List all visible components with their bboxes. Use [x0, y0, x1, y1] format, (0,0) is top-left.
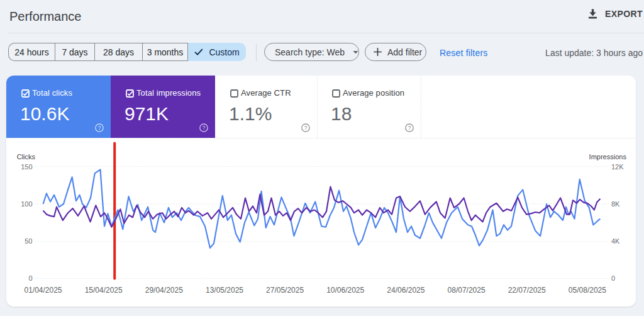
svg-text:13/05/2025: 13/05/2025 — [206, 286, 243, 295]
svg-text:50: 50 — [25, 237, 32, 245]
svg-text:0: 0 — [28, 274, 32, 282]
svg-text:15/04/2025: 15/04/2025 — [85, 286, 123, 295]
svg-text:12K: 12K — [611, 163, 624, 171]
svg-text:100: 100 — [21, 200, 32, 208]
svg-text:150: 150 — [21, 163, 32, 171]
svg-text:4K: 4K — [611, 237, 620, 245]
svg-text:?: ? — [98, 125, 101, 131]
svg-text:Impressions: Impressions — [589, 153, 627, 161]
svg-text:22/07/2025: 22/07/2025 — [508, 286, 546, 295]
svg-text:24/06/2025: 24/06/2025 — [387, 286, 425, 295]
svg-text:10/06/2025: 10/06/2025 — [326, 286, 364, 295]
svg-text:?: ? — [408, 125, 411, 131]
svg-text:8K: 8K — [611, 200, 620, 208]
svg-text:27/05/2025: 27/05/2025 — [266, 286, 304, 295]
svg-text:01/04/2025: 01/04/2025 — [24, 286, 62, 295]
svg-text:?: ? — [203, 125, 206, 131]
svg-text:05/08/2025: 05/08/2025 — [569, 286, 606, 295]
svg-text:0: 0 — [611, 274, 615, 282]
svg-text:Clicks: Clicks — [17, 153, 36, 161]
svg-text:?: ? — [304, 125, 308, 131]
svg-text:08/07/2025: 08/07/2025 — [448, 286, 486, 295]
svg-text:29/04/2025: 29/04/2025 — [145, 286, 183, 295]
